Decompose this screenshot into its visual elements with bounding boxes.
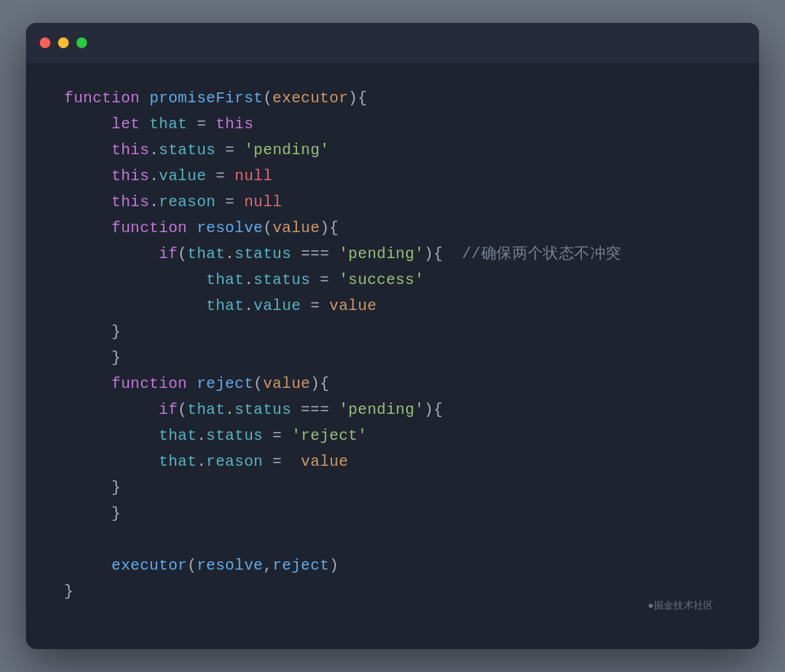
watermark: ●掘金技术社区	[648, 599, 713, 612]
code-line-18	[64, 527, 721, 553]
code-line-4: this.value = null	[64, 163, 721, 189]
code-line-7: if(that.status === 'pending'){ //确保两个状态不…	[64, 241, 721, 267]
code-line-20: }	[64, 579, 721, 605]
code-line-5: this.reason = null	[64, 189, 721, 215]
code-line-15: that.reason = value	[64, 449, 721, 475]
code-line-14: that.status = 'reject'	[64, 423, 721, 449]
code-editor: function promiseFirst(executor){ let tha…	[26, 63, 759, 628]
code-line-10: }	[64, 319, 721, 345]
code-line-1: function promiseFirst(executor){	[64, 86, 721, 111]
close-button[interactable]	[40, 37, 50, 48]
minimize-button[interactable]	[58, 37, 69, 48]
code-line-17: }	[64, 501, 721, 527]
maximize-button[interactable]	[76, 37, 87, 48]
code-line-6: function resolve(value){	[64, 215, 721, 241]
code-line-16: }	[64, 475, 721, 501]
code-line-12: function reject(value){	[64, 371, 721, 397]
code-line-11: }	[64, 345, 721, 371]
code-line-3: this.status = 'pending'	[64, 137, 721, 163]
titlebar	[26, 23, 759, 63]
code-window: function promiseFirst(executor){ let tha…	[26, 23, 759, 649]
code-line-8: that.status = 'success'	[64, 267, 721, 293]
code-line-2: let that = this	[64, 111, 721, 137]
code-line-9: that.value = value	[64, 293, 721, 319]
code-line-19: executor(resolve,reject)	[64, 553, 721, 579]
code-line-13: if(that.status === 'pending'){	[64, 397, 721, 423]
